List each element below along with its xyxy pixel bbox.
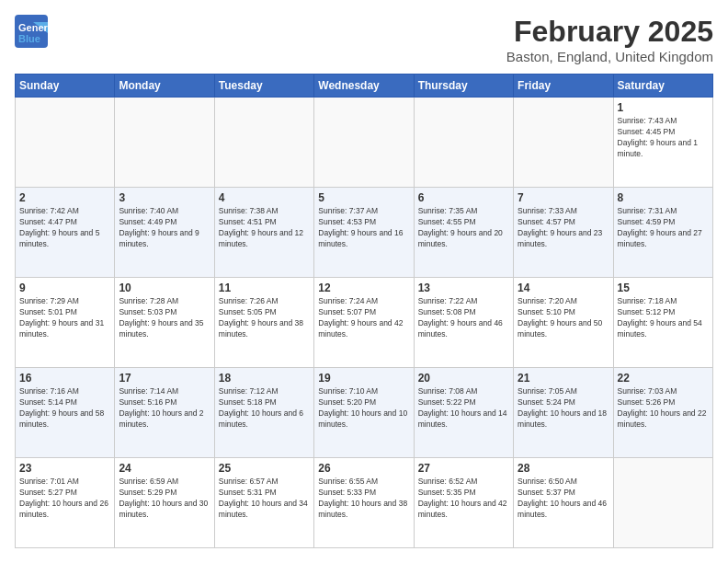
calendar-cell: 14Sunrise: 7:20 AMSunset: 5:10 PMDayligh… (514, 278, 613, 368)
calendar-cell: 12Sunrise: 7:24 AMSunset: 5:07 PMDayligh… (314, 278, 414, 368)
header: General Blue February 2025 Baston, Engla… (15, 15, 713, 64)
calendar-cell: 26Sunrise: 6:55 AMSunset: 5:33 PMDayligh… (314, 458, 414, 548)
day-number: 11 (219, 282, 310, 294)
calendar-cell: 25Sunrise: 6:57 AMSunset: 5:31 PMDayligh… (214, 458, 313, 548)
day-number: 9 (19, 282, 110, 294)
day-number: 10 (119, 282, 210, 294)
calendar-cell (414, 98, 513, 188)
day-number: 5 (318, 191, 409, 204)
calendar-cell: 7Sunrise: 7:33 AMSunset: 4:57 PMDaylight… (514, 188, 613, 278)
weekday-header-row: SundayMondayTuesdayWednesdayThursdayFrid… (16, 75, 713, 98)
weekday-friday: Friday (514, 75, 613, 98)
calendar-cell: 1Sunrise: 7:43 AMSunset: 4:45 PMDaylight… (613, 98, 712, 188)
day-info: Sunrise: 7:03 AMSunset: 5:26 PMDaylight:… (618, 386, 709, 431)
day-number: 8 (618, 191, 709, 204)
calendar-cell: 13Sunrise: 7:22 AMSunset: 5:08 PMDayligh… (414, 278, 513, 368)
day-number: 6 (418, 191, 509, 204)
calendar-cell: 17Sunrise: 7:14 AMSunset: 5:16 PMDayligh… (115, 368, 214, 458)
day-number: 23 (19, 462, 110, 475)
weekday-monday: Monday (115, 75, 214, 98)
calendar-cell (613, 458, 712, 548)
day-number: 19 (318, 372, 409, 385)
calendar-week-row: 2Sunrise: 7:42 AMSunset: 4:47 PMDaylight… (16, 188, 713, 278)
calendar-cell: 4Sunrise: 7:38 AMSunset: 4:51 PMDaylight… (214, 188, 313, 278)
day-info: Sunrise: 7:37 AMSunset: 4:53 PMDaylight:… (318, 206, 409, 250)
day-info: Sunrise: 7:38 AMSunset: 4:51 PMDaylight:… (219, 206, 310, 250)
day-info: Sunrise: 7:01 AMSunset: 5:27 PMDaylight:… (19, 477, 110, 521)
day-info: Sunrise: 7:22 AMSunset: 5:08 PMDaylight:… (418, 296, 509, 340)
calendar-cell: 16Sunrise: 7:16 AMSunset: 5:14 PMDayligh… (16, 368, 115, 458)
location: Baston, England, United Kingdom (506, 49, 713, 64)
day-number: 16 (19, 372, 110, 385)
day-info: Sunrise: 6:59 AMSunset: 5:29 PMDaylight:… (119, 477, 210, 521)
calendar-cell: 10Sunrise: 7:28 AMSunset: 5:03 PMDayligh… (115, 278, 214, 368)
calendar-cell: 28Sunrise: 6:50 AMSunset: 5:37 PMDayligh… (514, 458, 613, 548)
day-number: 25 (219, 462, 310, 475)
day-info: Sunrise: 7:29 AMSunset: 5:01 PMDaylight:… (19, 296, 110, 340)
day-info: Sunrise: 7:08 AMSunset: 5:22 PMDaylight:… (418, 386, 509, 431)
calendar-cell: 9Sunrise: 7:29 AMSunset: 5:01 PMDaylight… (16, 278, 115, 368)
day-number: 28 (518, 462, 609, 475)
calendar-week-row: 23Sunrise: 7:01 AMSunset: 5:27 PMDayligh… (16, 458, 713, 548)
day-number: 1 (618, 101, 709, 114)
calendar-cell: 5Sunrise: 7:37 AMSunset: 4:53 PMDaylight… (314, 188, 414, 278)
day-info: Sunrise: 7:33 AMSunset: 4:57 PMDaylight:… (518, 206, 609, 250)
weekday-thursday: Thursday (414, 75, 513, 98)
day-number: 2 (19, 191, 110, 204)
calendar-cell: 2Sunrise: 7:42 AMSunset: 4:47 PMDaylight… (16, 188, 115, 278)
calendar-cell: 15Sunrise: 7:18 AMSunset: 5:12 PMDayligh… (613, 278, 712, 368)
day-number: 13 (418, 282, 509, 294)
calendar-table: SundayMondayTuesdayWednesdayThursdayFrid… (15, 74, 713, 548)
title-block: February 2025 Baston, England, United Ki… (506, 15, 713, 64)
day-info: Sunrise: 6:55 AMSunset: 5:33 PMDaylight:… (318, 477, 409, 521)
day-number: 14 (518, 282, 609, 294)
calendar-week-row: 9Sunrise: 7:29 AMSunset: 5:01 PMDaylight… (16, 278, 713, 368)
day-info: Sunrise: 6:52 AMSunset: 5:35 PMDaylight:… (418, 477, 509, 521)
calendar-cell: 21Sunrise: 7:05 AMSunset: 5:24 PMDayligh… (514, 368, 613, 458)
weekday-tuesday: Tuesday (214, 75, 313, 98)
day-number: 18 (219, 372, 310, 385)
calendar-week-row: 1Sunrise: 7:43 AMSunset: 4:45 PMDaylight… (16, 98, 713, 188)
day-info: Sunrise: 7:18 AMSunset: 5:12 PMDaylight:… (618, 296, 709, 340)
day-number: 24 (119, 462, 210, 475)
day-number: 4 (219, 191, 310, 204)
day-number: 7 (518, 191, 609, 204)
calendar-cell: 23Sunrise: 7:01 AMSunset: 5:27 PMDayligh… (16, 458, 115, 548)
day-number: 27 (418, 462, 509, 475)
day-info: Sunrise: 7:24 AMSunset: 5:07 PMDaylight:… (318, 296, 409, 340)
day-info: Sunrise: 7:20 AMSunset: 5:10 PMDaylight:… (518, 296, 609, 340)
day-number: 21 (518, 372, 609, 385)
day-info: Sunrise: 7:14 AMSunset: 5:16 PMDaylight:… (119, 386, 210, 431)
day-number: 15 (618, 282, 709, 294)
calendar-cell: 18Sunrise: 7:12 AMSunset: 5:18 PMDayligh… (214, 368, 313, 458)
calendar-cell (314, 98, 414, 188)
calendar-cell: 11Sunrise: 7:26 AMSunset: 5:05 PMDayligh… (214, 278, 313, 368)
weekday-sunday: Sunday (16, 75, 115, 98)
calendar-cell: 19Sunrise: 7:10 AMSunset: 5:20 PMDayligh… (314, 368, 414, 458)
day-number: 3 (119, 191, 210, 204)
day-info: Sunrise: 7:12 AMSunset: 5:18 PMDaylight:… (219, 386, 310, 431)
calendar-cell (115, 98, 214, 188)
day-number: 17 (119, 372, 210, 385)
day-info: Sunrise: 7:31 AMSunset: 4:59 PMDaylight:… (618, 206, 709, 250)
logo-icon: General Blue (15, 15, 48, 48)
calendar-cell: 22Sunrise: 7:03 AMSunset: 5:26 PMDayligh… (613, 368, 712, 458)
calendar-week-row: 16Sunrise: 7:16 AMSunset: 5:14 PMDayligh… (16, 368, 713, 458)
calendar-cell (214, 98, 313, 188)
day-info: Sunrise: 7:10 AMSunset: 5:20 PMDaylight:… (318, 386, 409, 431)
day-info: Sunrise: 6:50 AMSunset: 5:37 PMDaylight:… (518, 477, 609, 521)
day-info: Sunrise: 7:42 AMSunset: 4:47 PMDaylight:… (19, 206, 110, 250)
day-number: 20 (418, 372, 509, 385)
day-info: Sunrise: 7:43 AMSunset: 4:45 PMDaylight:… (618, 116, 709, 160)
calendar-cell: 8Sunrise: 7:31 AMSunset: 4:59 PMDaylight… (613, 188, 712, 278)
day-info: Sunrise: 7:40 AMSunset: 4:49 PMDaylight:… (119, 206, 210, 250)
calendar-cell: 3Sunrise: 7:40 AMSunset: 4:49 PMDaylight… (115, 188, 214, 278)
calendar-cell (16, 98, 115, 188)
calendar-cell: 20Sunrise: 7:08 AMSunset: 5:22 PMDayligh… (414, 368, 513, 458)
calendar-cell: 24Sunrise: 6:59 AMSunset: 5:29 PMDayligh… (115, 458, 214, 548)
day-info: Sunrise: 6:57 AMSunset: 5:31 PMDaylight:… (219, 477, 310, 521)
page: General Blue February 2025 Baston, Engla… (0, 0, 728, 563)
svg-text:General: General (18, 22, 48, 33)
calendar-cell: 6Sunrise: 7:35 AMSunset: 4:55 PMDaylight… (414, 188, 513, 278)
day-info: Sunrise: 7:05 AMSunset: 5:24 PMDaylight:… (518, 386, 609, 431)
